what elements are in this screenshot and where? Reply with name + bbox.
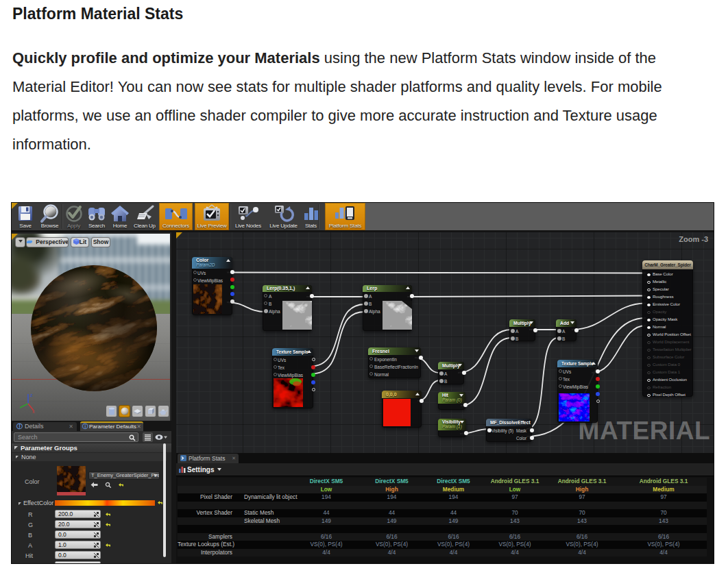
svg-text:x: x	[32, 409, 35, 413]
svg-text:z: z	[30, 393, 33, 397]
